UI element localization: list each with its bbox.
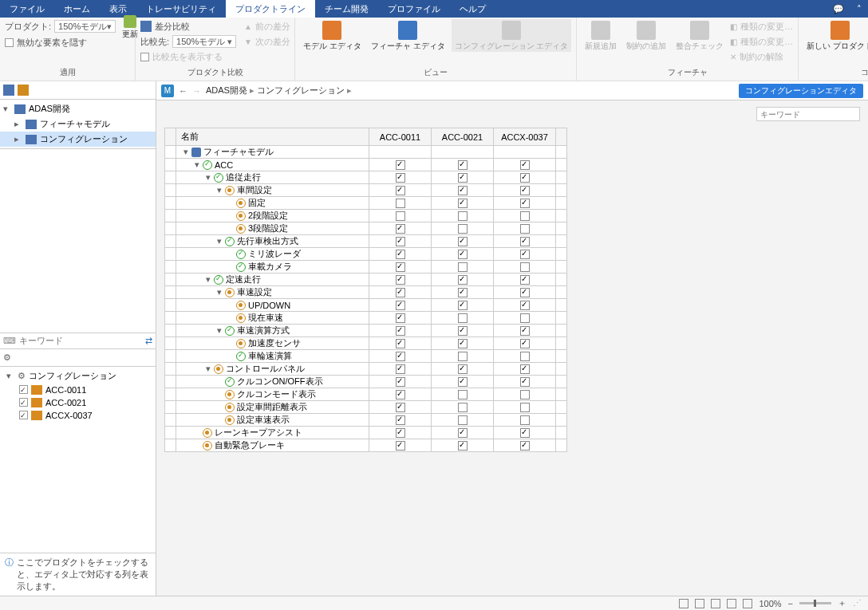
checkbox[interactable]: [396, 313, 405, 323]
expand-caret[interactable]: ▾: [193, 159, 200, 170]
cell[interactable]: [494, 184, 556, 197]
cell[interactable]: [494, 388, 556, 401]
checkbox[interactable]: [458, 301, 468, 310]
cell[interactable]: [432, 337, 494, 350]
checkbox[interactable]: [520, 313, 530, 323]
cell[interactable]: [494, 248, 556, 261]
new-product-button[interactable]: 新しい プロダクト: [803, 19, 868, 52]
diff-compare-label[interactable]: 差分比較: [155, 21, 190, 33]
checkbox[interactable]: [458, 441, 468, 451]
prev-diff-button[interactable]: ▲ 前の差分: [244, 19, 290, 33]
cell[interactable]: [494, 299, 556, 312]
cell[interactable]: [494, 197, 556, 210]
checkbox[interactable]: [520, 186, 530, 195]
checkbox[interactable]: [520, 160, 530, 170]
cell[interactable]: [369, 337, 432, 350]
nav-fwd-icon[interactable]: →: [192, 86, 201, 96]
change-type-button[interactable]: ◧ 種類の変更…: [730, 19, 793, 33]
checkbox[interactable]: [396, 199, 405, 208]
table-row[interactable]: ▾フィーチャモデル: [165, 146, 567, 159]
cell[interactable]: [494, 159, 556, 171]
checkbox[interactable]: [520, 441, 530, 451]
cell[interactable]: [432, 388, 494, 401]
checkbox[interactable]: [458, 199, 468, 208]
checkbox[interactable]: [520, 352, 530, 361]
tab-6[interactable]: プロファイル: [378, 0, 450, 18]
checkbox[interactable]: [458, 275, 468, 285]
show-target-checkbox[interactable]: [140, 53, 149, 61]
layout-icon-1[interactable]: [679, 599, 688, 608]
cell[interactable]: [432, 171, 494, 184]
checkbox[interactable]: [396, 275, 405, 285]
checkbox[interactable]: [396, 403, 405, 412]
cell[interactable]: [369, 235, 432, 248]
checkbox[interactable]: [520, 390, 530, 399]
add-constraint-button[interactable]: 制約の追加: [623, 19, 669, 52]
cell[interactable]: [369, 274, 432, 286]
checkbox[interactable]: [520, 428, 530, 438]
add-new-button[interactable]: 新規追加: [582, 19, 620, 52]
cell[interactable]: [369, 350, 432, 363]
view-icon-1[interactable]: [3, 85, 14, 96]
cell[interactable]: [432, 299, 494, 312]
cell[interactable]: [432, 261, 494, 274]
checkbox[interactable]: [458, 364, 468, 374]
checkbox[interactable]: [396, 250, 405, 259]
cell[interactable]: [369, 299, 432, 312]
cell[interactable]: [432, 312, 494, 325]
speech-icon[interactable]: 💬: [827, 0, 850, 18]
checkbox[interactable]: [458, 237, 468, 246]
cell[interactable]: [432, 235, 494, 248]
expand-caret[interactable]: ▾: [215, 287, 223, 297]
checkbox[interactable]: [396, 415, 405, 425]
checkbox[interactable]: [520, 403, 530, 412]
table-row[interactable]: クルコンON/OFF表示: [165, 376, 567, 388]
checkbox[interactable]: [396, 301, 405, 310]
cell[interactable]: [369, 427, 432, 439]
checkbox[interactable]: [396, 237, 405, 246]
filter-toggle-icon[interactable]: ⇄: [145, 336, 152, 346]
layout-icon-4[interactable]: [727, 599, 736, 608]
checkbox[interactable]: [520, 377, 530, 387]
checkbox[interactable]: [520, 288, 530, 297]
checkbox[interactable]: [396, 288, 405, 297]
product-combo[interactable]: 150%モデル: [54, 20, 116, 33]
checkbox[interactable]: [520, 199, 530, 208]
hide-invalid-checkbox[interactable]: [5, 38, 14, 47]
table-row[interactable]: ▾車間設定: [165, 184, 567, 197]
table-row[interactable]: レーンキープアシスト: [165, 427, 567, 439]
resize-grip-icon[interactable]: ⋰: [853, 598, 862, 608]
zoom-out-icon[interactable]: −: [788, 599, 793, 608]
cell[interactable]: [369, 376, 432, 388]
cell[interactable]: [494, 261, 556, 274]
checkbox[interactable]: [520, 326, 530, 336]
checkbox[interactable]: [458, 262, 468, 272]
config-item-checkbox[interactable]: [19, 398, 28, 407]
expand-caret[interactable]: ▾: [182, 147, 189, 157]
checkbox[interactable]: [458, 173, 468, 183]
cell[interactable]: [494, 350, 556, 363]
change-variant-button[interactable]: ◧ 種類の変更…: [730, 34, 793, 49]
tab-3[interactable]: トレーサビリティ: [136, 0, 226, 18]
collapse-ribbon-icon[interactable]: ˄: [850, 0, 868, 18]
expand-caret[interactable]: ▾: [215, 236, 223, 246]
checkbox[interactable]: [458, 250, 468, 259]
table-row[interactable]: 2段階設定: [165, 210, 567, 222]
checkbox[interactable]: [396, 428, 405, 438]
cell[interactable]: [432, 427, 494, 439]
cell[interactable]: [494, 325, 556, 337]
checkbox[interactable]: [458, 224, 468, 234]
checkbox[interactable]: [458, 313, 468, 323]
checkbox[interactable]: [458, 403, 468, 412]
nav-back-icon[interactable]: ←: [179, 86, 187, 96]
cell[interactable]: [369, 210, 432, 222]
checkbox[interactable]: [396, 390, 405, 399]
checkbox[interactable]: [396, 364, 405, 374]
gear-icon[interactable]: ⚙: [3, 352, 11, 362]
cell[interactable]: [432, 286, 494, 299]
config-tree-item[interactable]: ACC-0021: [3, 396, 152, 409]
table-row[interactable]: 固定: [165, 197, 567, 210]
table-row[interactable]: ▾ACC: [165, 159, 567, 171]
checkbox[interactable]: [520, 364, 530, 374]
checkbox[interactable]: [396, 160, 405, 170]
